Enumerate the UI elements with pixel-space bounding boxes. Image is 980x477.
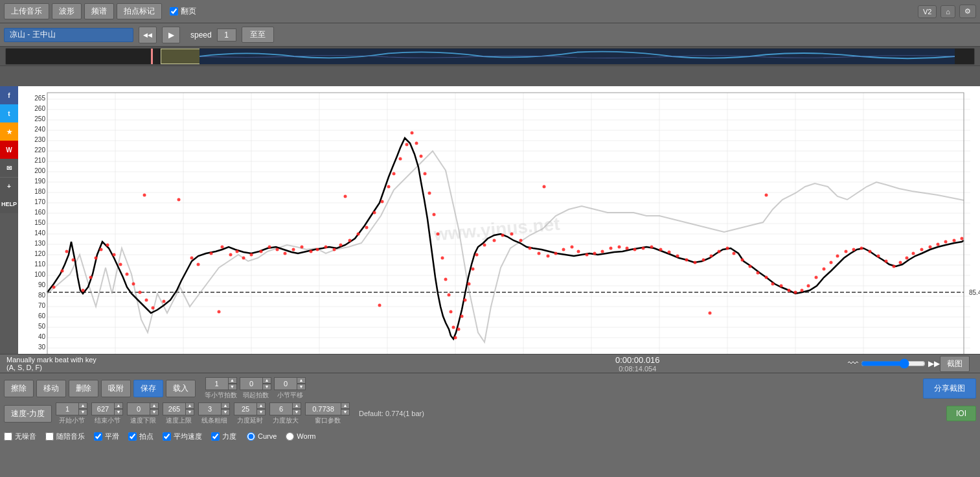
speed-delay-label: 力度延时	[237, 416, 263, 425]
speed-input[interactable]	[217, 29, 236, 41]
window-param-input[interactable]	[305, 402, 341, 415]
move-btn[interactable]: 移动	[36, 380, 66, 397]
smooth-checkbox[interactable]	[94, 432, 102, 441]
line-thickness-input[interactable]	[198, 402, 221, 415]
svg-text:140: 140	[34, 229, 45, 237]
speed-zoom-up[interactable]: ▲	[292, 402, 301, 409]
svg-point-218	[765, 194, 768, 197]
waveform-playhead	[151, 49, 153, 64]
svg-point-116	[292, 248, 295, 251]
intensity-checkbox[interactable]	[211, 432, 220, 441]
svg-point-147	[464, 299, 467, 302]
confirm-btn[interactable]: 至至	[242, 27, 274, 43]
sub-bar-input[interactable]	[274, 377, 297, 390]
sub-bar-field: ▲ ▼	[274, 377, 306, 390]
svg-point-186	[771, 283, 775, 286]
speed-delay-down[interactable]: ▼	[256, 409, 266, 415]
end-bar-input[interactable]	[91, 402, 114, 415]
accompaniment-checkbox[interactable]	[45, 432, 54, 441]
sub-bar-down[interactable]: ▼	[297, 384, 306, 390]
help-btn[interactable]: HELP	[0, 195, 18, 213]
beat-count-down[interactable]: ▼	[262, 384, 271, 390]
waveform-bar	[0, 47, 980, 66]
volume-slider[interactable]	[861, 358, 926, 369]
twitter-btn[interactable]: t	[0, 104, 18, 122]
waveform-btn[interactable]: 波形	[52, 3, 82, 19]
beat-point-checkbox[interactable]	[128, 432, 137, 441]
no-noise-checkbox[interactable]	[4, 432, 12, 441]
line-thickness-down[interactable]: ▼	[221, 409, 230, 415]
beat-mark-btn[interactable]: 拍点标记	[117, 3, 162, 19]
svg-point-196	[845, 250, 848, 253]
avg-speed-checkbox[interactable]	[163, 432, 171, 441]
speed-upper-input[interactable]	[163, 402, 185, 415]
sub-bar-label: 小节平移	[277, 391, 303, 400]
end-bar-up[interactable]: ▲	[114, 402, 123, 409]
beats-per-bar-group: ▲ ▼ 等小节拍数	[205, 377, 237, 400]
speed-zoom-down[interactable]: ▼	[292, 409, 301, 415]
start-bar-up[interactable]: ▲	[78, 402, 87, 409]
beat-count-input[interactable]	[240, 377, 262, 390]
start-bar-down[interactable]: ▼	[78, 409, 87, 415]
svg-point-101	[152, 307, 155, 310]
beats-per-bar-input[interactable]	[205, 377, 228, 390]
svg-point-170	[642, 247, 645, 250]
curve-text: Curve	[258, 432, 277, 440]
worm-radio[interactable]	[286, 432, 294, 441]
weibo-btn[interactable]: W	[0, 141, 18, 159]
prev-btn[interactable]: ◀◀	[139, 27, 157, 43]
screenshot-btn[interactable]: 截图	[940, 356, 970, 372]
beats-per-bar-down[interactable]: ▼	[228, 384, 237, 390]
window-param-up[interactable]: ▲	[341, 402, 350, 409]
svg-point-124	[357, 233, 360, 236]
song-title-input[interactable]	[4, 28, 133, 42]
share-screenshot-btn[interactable]: 分享截图	[923, 378, 976, 399]
delete-btn[interactable]: 删除	[69, 380, 98, 397]
svg-point-94	[106, 244, 109, 247]
speed-lower-up[interactable]: ▲	[150, 402, 159, 409]
speed-zoom-input[interactable]	[269, 402, 292, 415]
sub-bar-up[interactable]: ▲	[297, 377, 306, 384]
upload-music-btn[interactable]: 上传音乐	[4, 3, 49, 19]
beats-per-bar-up[interactable]: ▲	[228, 377, 237, 384]
facebook-btn[interactable]: f	[0, 86, 18, 104]
plus-btn[interactable]: +	[0, 177, 18, 195]
speed-upper-down[interactable]: ▼	[185, 409, 194, 415]
speed-lower-down[interactable]: ▼	[150, 409, 159, 415]
home-icon-btn[interactable]: ⌂	[940, 5, 955, 18]
mail-btn[interactable]: ✉	[0, 159, 18, 177]
sub-bar-group: ▲ ▼ 小节平移	[274, 377, 306, 400]
speed-delay-input[interactable]	[234, 402, 256, 415]
beat-count-up[interactable]: ▲	[262, 377, 271, 384]
speed-delay-up[interactable]: ▲	[256, 402, 266, 409]
window-param-down[interactable]: ▼	[341, 409, 350, 415]
svg-point-114	[276, 248, 279, 251]
svg-point-125	[365, 226, 369, 229]
speed-lower-input[interactable]	[127, 402, 150, 415]
svg-point-204	[906, 257, 909, 260]
start-bar-input[interactable]	[56, 402, 78, 415]
speed-mode-btn[interactable]: 速度-力度	[4, 405, 52, 423]
svg-point-97	[126, 273, 129, 276]
end-bar-down[interactable]: ▼	[114, 409, 123, 415]
line-thickness-up[interactable]: ▲	[221, 402, 230, 409]
erase-btn[interactable]: 擦除	[4, 380, 34, 397]
play-btn[interactable]: ▶	[162, 27, 180, 43]
svg-point-191	[807, 285, 810, 288]
waveform-container[interactable]	[5, 48, 975, 65]
import-btn[interactable]: 载入	[166, 380, 196, 397]
beat-count-group: ▲ ▼ 弱起拍数	[240, 377, 271, 400]
flip-checkbox[interactable]	[170, 7, 178, 16]
absorb-btn[interactable]: 吸附	[101, 380, 131, 397]
speed-upper-up[interactable]: ▲	[185, 402, 194, 409]
settings-icon-btn[interactable]: ⚙	[959, 5, 976, 18]
ioi-btn[interactable]: IOI	[946, 406, 976, 421]
curve-radio[interactable]	[247, 432, 255, 441]
favorite-btn[interactable]: ★	[0, 122, 18, 141]
svg-text:220: 220	[34, 146, 45, 154]
speed-label: speed	[190, 30, 212, 40]
end-bar-group: ▲ ▼ 结束小节	[91, 402, 123, 425]
svg-point-195	[836, 255, 839, 258]
save-btn[interactable]: 保存	[133, 380, 163, 397]
frequency-btn[interactable]: 频谱	[84, 3, 114, 19]
